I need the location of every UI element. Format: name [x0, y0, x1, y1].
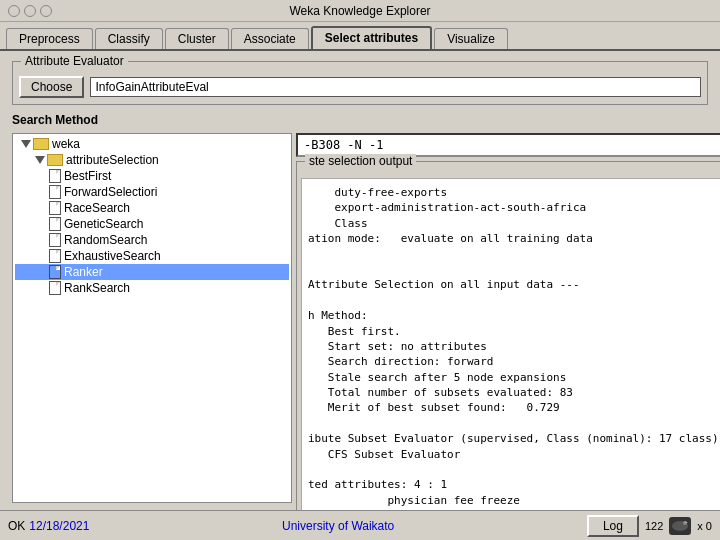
- window-controls[interactable]: [8, 5, 52, 17]
- right-panel: -B308 -N -1 ste selection output duty-fr…: [296, 133, 720, 503]
- close-button[interactable]: [8, 5, 20, 17]
- folder-weka-icon: [33, 138, 49, 150]
- output-group: ste selection output duty-free-exports e…: [296, 161, 720, 520]
- tree-node-ranker[interactable]: Ranker: [15, 264, 289, 280]
- tree-node-exhaustivesearch-label: ExhaustiveSearch: [64, 249, 161, 263]
- folder-attributeSelection-icon: [47, 154, 63, 166]
- tab-classify[interactable]: Classify: [95, 28, 163, 49]
- tree-node-attributeSelection[interactable]: attributeSelection: [15, 152, 289, 168]
- tree-node-attributeSelection-label: attributeSelection: [66, 153, 159, 167]
- minimize-button[interactable]: [24, 5, 36, 17]
- output-group-title: ste selection output: [305, 154, 416, 168]
- title-bar: Weka Knowledge Explorer: [0, 0, 720, 22]
- tree-node-geneticsearch[interactable]: GeneticSearch: [15, 216, 289, 232]
- file-geneticsearch-icon: [49, 217, 61, 231]
- tab-cluster[interactable]: Cluster: [165, 28, 229, 49]
- tree-node-randomsearch[interactable]: RandomSearch: [15, 232, 289, 248]
- attribute-evaluator-group: Attribute Evaluator Choose InfoGainAttri…: [12, 61, 708, 105]
- status-ok-label: OK: [8, 519, 25, 533]
- file-exhaustivesearch-icon: [49, 249, 61, 263]
- search-method-label: Search Method: [12, 113, 708, 127]
- tree-node-forwardselection-label: ForwardSelectiori: [64, 185, 157, 199]
- status-university: University of Waikato: [89, 519, 587, 533]
- window-title: Weka Knowledge Explorer: [289, 4, 430, 18]
- file-ranksearch-icon: [49, 281, 61, 295]
- tree-node-bestfirst-label: BestFirst: [64, 169, 111, 183]
- attribute-evaluator-title: Attribute Evaluator: [21, 54, 128, 68]
- file-randomsearch-icon: [49, 233, 61, 247]
- maximize-button[interactable]: [40, 5, 52, 17]
- tree-node-weka[interactable]: weka: [15, 136, 289, 152]
- tree-node-racesearch[interactable]: RaceSearch: [15, 200, 289, 216]
- tree-node-ranker-label: Ranker: [64, 265, 103, 279]
- content-area: Attribute Evaluator Choose InfoGainAttri…: [0, 49, 720, 513]
- bird-icon: [669, 517, 691, 535]
- tab-select-attributes[interactable]: Select attributes: [311, 26, 432, 49]
- tree-node-forwardselection[interactable]: ForwardSelectiori: [15, 184, 289, 200]
- log-button[interactable]: Log: [587, 515, 639, 537]
- x-label: x 0: [697, 520, 712, 532]
- choose-button[interactable]: Choose: [19, 76, 84, 98]
- expand-weka-icon: [21, 140, 31, 148]
- tab-preprocess[interactable]: Preprocess: [6, 28, 93, 49]
- status-date: 12/18/2021: [29, 519, 89, 533]
- file-ranker-icon: [49, 265, 61, 279]
- x-count: 122: [645, 520, 663, 532]
- file-bestfirst-icon: [49, 169, 61, 183]
- tree-node-racesearch-label: RaceSearch: [64, 201, 130, 215]
- tree-node-geneticsearch-label: GeneticSearch: [64, 217, 143, 231]
- tree-panel[interactable]: weka attributeSelection BestFirst Forwar…: [12, 133, 292, 503]
- tree-node-ranksearch[interactable]: RankSearch: [15, 280, 289, 296]
- expand-attributeSelection-icon: [35, 156, 45, 164]
- tree-node-ranksearch-label: RankSearch: [64, 281, 130, 295]
- status-bar: OK 12/18/2021 University of Waikato Log …: [0, 510, 720, 540]
- tree-node-exhaustivesearch[interactable]: ExhaustiveSearch: [15, 248, 289, 264]
- two-panel: weka attributeSelection BestFirst Forwar…: [12, 133, 708, 503]
- tree-node-bestfirst[interactable]: BestFirst: [15, 168, 289, 184]
- tree-node-weka-label: weka: [52, 137, 80, 151]
- tab-associate[interactable]: Associate: [231, 28, 309, 49]
- status-right: Log 122 x 0: [587, 515, 712, 537]
- file-forwardselection-icon: [49, 185, 61, 199]
- tab-bar: Preprocess Classify Cluster Associate Se…: [0, 22, 720, 49]
- eval-value-field[interactable]: InfoGainAttributeEval: [90, 77, 701, 97]
- tree-node-randomsearch-label: RandomSearch: [64, 233, 147, 247]
- tab-visualize[interactable]: Visualize: [434, 28, 508, 49]
- output-text: duty-free-exports export-administration-…: [301, 178, 720, 515]
- file-racesearch-icon: [49, 201, 61, 215]
